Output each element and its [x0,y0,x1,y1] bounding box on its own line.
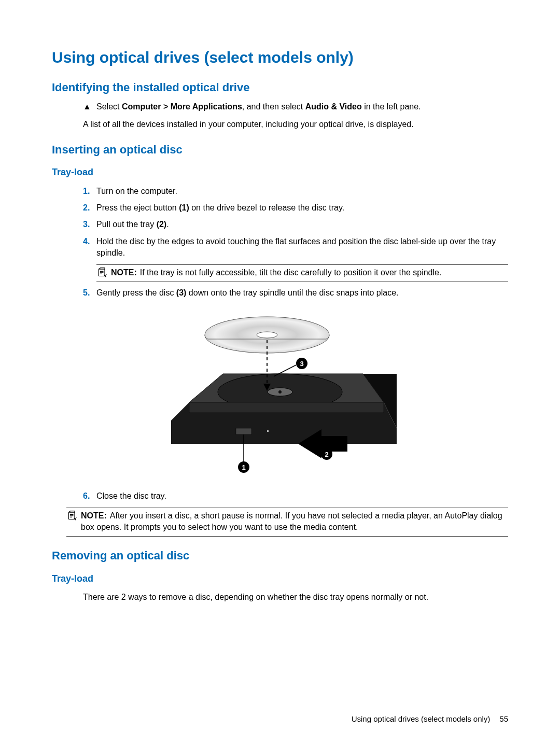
step-text: Gently press the disc (3) down onto the … [96,287,508,299]
text: Turn on the computer. [96,187,177,195]
note-icon [66,510,78,521]
step-number: 2. [83,202,96,214]
insert-step-6: 6. Close the disc tray. [83,490,508,502]
text: down onto the tray spindle until the dis… [186,288,398,297]
footer-page-number: 55 [499,713,508,724]
step-text: Press the eject button (1) on the drive … [96,202,508,214]
identify-step-text: Select Computer > More Applications, and… [96,101,508,113]
identify-result: A list of all the devices installed in y… [83,119,508,130]
text: Gently press the disc [96,288,176,297]
svg-point-7 [278,390,282,393]
triangle-bullet-icon: ▲ [83,101,96,113]
page-footer: Using optical drives (select models only… [352,713,508,724]
step-text: Pull out the tray (2). [96,219,508,230]
note-icon [96,267,108,277]
step-number: 4. [83,236,96,247]
note-box: NOTE:After you insert a disc, a short pa… [66,508,508,537]
step-text: Turn on the computer. [96,186,508,197]
step-number: 6. [83,490,96,502]
text: in the left pane. [362,102,421,111]
note-box: NOTE:If the tray is not fully accessible… [96,264,508,282]
step-number: 5. [83,287,96,299]
heading-main: Using optical drives (select models only… [52,47,508,68]
heading-insert-sub: Tray-load [52,166,508,179]
insert-step-1: 1. Turn on the computer. [83,186,508,197]
text-bold: (3) [176,288,187,297]
note-label: NOTE: [111,268,137,277]
note-content: NOTE:If the tray is not fully accessible… [111,267,441,278]
insert-step-3: 3. Pull out the tray (2). [83,219,508,230]
note-label: NOTE: [81,511,107,520]
step-text: Hold the disc by the edges to avoid touc… [96,236,508,259]
svg-point-2 [257,332,277,338]
svg-rect-11 [267,430,269,432]
text: , and then select [242,102,305,111]
svg-text:2: 2 [325,451,328,458]
remove-intro: There are 2 ways to remove a disc, depen… [83,592,508,603]
step-number: 1. [83,186,96,197]
note-text: If the tray is not fully accessible, til… [140,268,442,277]
callout-3: 3 [296,358,307,369]
text-bold: Computer > More Applications [122,102,242,111]
text-bold: (2) [157,220,167,229]
svg-text:3: 3 [300,360,303,368]
text-bold: (1) [179,203,189,212]
heading-remove: Removing an optical disc [52,548,508,564]
text-bold: Audio & Video [305,102,362,111]
optical-drive-figure: 1 2 3 [52,309,508,475]
insert-step-5: 5. Gently press the disc (3) down onto t… [83,287,508,299]
heading-insert: Inserting an optical disc [52,142,508,158]
text: Pull out the tray [96,220,157,229]
document-page: Using optical drives (select models only… [0,0,560,745]
heading-remove-sub: Tray-load [52,572,508,585]
callout-2: 2 [321,448,332,460]
step-text: Close the disc tray. [96,490,508,502]
text: Press the eject button [96,203,179,212]
text: Hold the disc by the edges to avoid touc… [96,237,496,257]
svg-text:1: 1 [242,463,245,471]
step-number: 3. [83,219,96,230]
callout-1: 1 [238,461,249,473]
insert-step-4: 4. Hold the disc by the edges to avoid t… [83,236,508,259]
text: Close the disc tray. [96,491,166,500]
insert-step-2: 2. Press the eject button (1) on the dri… [83,202,508,214]
svg-rect-10 [236,428,251,434]
identify-step: ▲ Select Computer > More Applications, a… [83,101,508,113]
text: on the drive bezel to release the disc t… [189,203,344,212]
note-content: NOTE:After you insert a disc, a short pa… [81,510,508,533]
text: . [166,220,169,229]
footer-title: Using optical drives (select models only… [352,713,491,724]
svg-marker-8 [189,402,384,413]
text: Select [96,102,122,111]
note-text: After you insert a disc, a short pause i… [81,511,502,531]
heading-identify: Identifying the installed optical drive [52,80,508,96]
